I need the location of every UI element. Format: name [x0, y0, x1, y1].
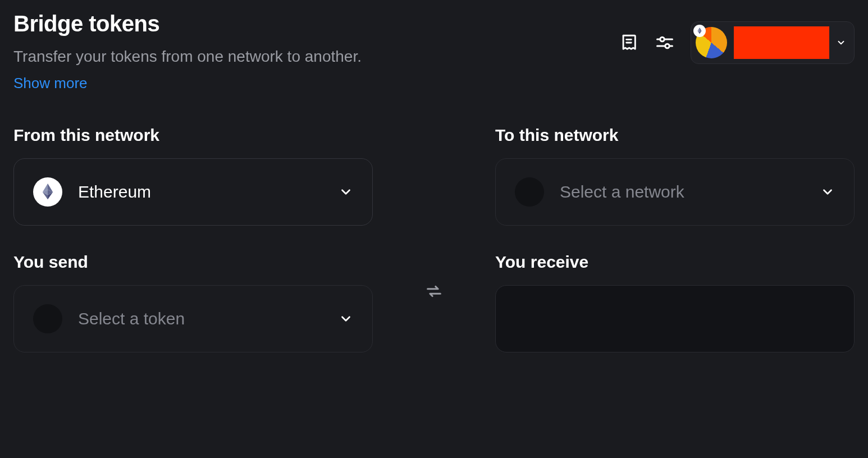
- send-token-placeholder: Select a token: [78, 309, 185, 328]
- account-address-redacted: [734, 26, 829, 59]
- token-placeholder-icon: [33, 304, 62, 333]
- show-more-link[interactable]: Show more: [13, 75, 88, 91]
- swap-direction-button[interactable]: [422, 279, 446, 304]
- from-network-selector[interactable]: Ethereum: [13, 158, 373, 226]
- send-token-selector[interactable]: Select a token: [13, 285, 373, 352]
- to-network-placeholder: Select a network: [560, 182, 684, 201]
- page-subtitle: Transfer your tokens from one network to…: [13, 48, 619, 66]
- swap-horizontal-icon: [424, 282, 444, 301]
- sliders-icon[interactable]: [655, 33, 675, 53]
- receipt-icon[interactable]: [619, 33, 639, 53]
- from-network-label: From this network: [13, 126, 373, 145]
- to-network-label: To this network: [495, 126, 855, 145]
- ethereum-badge-icon: [693, 25, 706, 37]
- chevron-down-icon: [339, 312, 353, 326]
- page-title: Bridge tokens: [13, 11, 619, 36]
- chevron-down-icon: [836, 38, 846, 48]
- you-receive-label: You receive: [495, 253, 855, 272]
- network-placeholder-icon: [515, 177, 544, 207]
- svg-point-3: [660, 37, 665, 42]
- account-avatar: [696, 27, 727, 58]
- svg-point-5: [665, 44, 670, 48]
- account-selector[interactable]: [691, 21, 855, 64]
- chevron-down-icon: [820, 185, 835, 199]
- from-network-value: Ethereum: [78, 182, 151, 201]
- receive-output-box: [495, 285, 855, 352]
- to-network-selector[interactable]: Select a network: [495, 158, 855, 226]
- ethereum-icon: [33, 177, 62, 207]
- you-send-label: You send: [13, 253, 373, 272]
- chevron-down-icon: [339, 185, 353, 199]
